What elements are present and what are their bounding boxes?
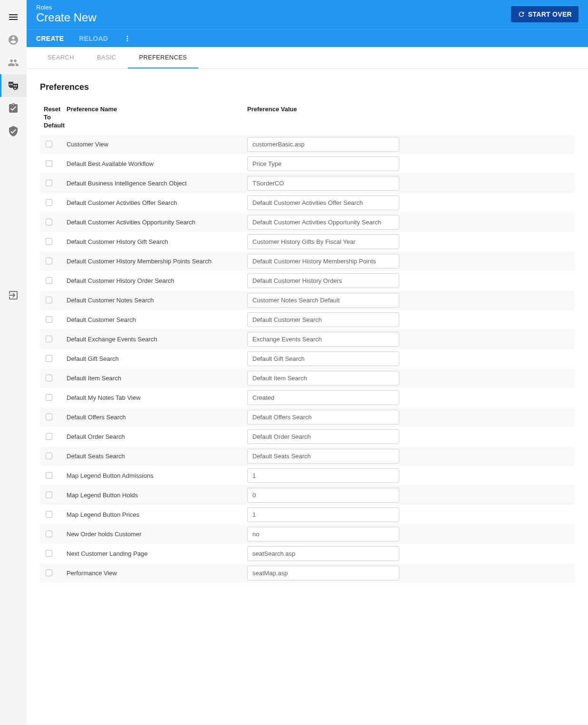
create-button[interactable]: CREATE — [36, 35, 64, 42]
preference-name: Default My Notes Tab View — [67, 394, 141, 401]
sidebar-item-people[interactable] — [0, 51, 27, 74]
table-row: Default Business Intelligence Search Obj… — [40, 174, 575, 193]
reset-checkbox[interactable] — [46, 472, 52, 479]
assignment-icon — [8, 103, 19, 114]
table-row: Map Legend Button Admissions — [40, 466, 575, 485]
preference-value-input[interactable] — [247, 293, 399, 308]
reset-checkbox[interactable] — [46, 414, 52, 420]
menu-toggle[interactable] — [0, 6, 27, 29]
reset-checkbox[interactable] — [46, 238, 52, 245]
table-row: Default Customer Activities Offer Search — [40, 193, 575, 213]
start-over-label: START OVER — [528, 10, 572, 18]
section-title: Preferences — [40, 82, 575, 92]
table-row: Performance View — [40, 563, 575, 583]
preference-value-input[interactable] — [247, 527, 399, 541]
content: Preferences Reset To Default Preference … — [27, 69, 588, 725]
preference-name: Map Legend Button Holds — [67, 492, 138, 499]
preference-value-input[interactable] — [247, 156, 399, 171]
table-row: Default Customer History Gift Search — [40, 232, 575, 251]
preference-name: Default Customer History Gift Search — [67, 238, 168, 245]
reset-checkbox[interactable] — [46, 258, 52, 264]
reload-button[interactable]: RELOAD — [79, 35, 108, 42]
preference-name: Default Item Search — [67, 375, 121, 382]
reset-checkbox[interactable] — [46, 531, 52, 537]
preference-name: Map Legend Button Admissions — [67, 472, 154, 479]
preference-name: Default Gift Search — [67, 355, 119, 362]
preference-value-input[interactable] — [247, 351, 399, 366]
preference-name: New Order holds Customer — [67, 531, 142, 538]
reset-checkbox[interactable] — [46, 570, 52, 576]
preference-name: Default Seats Search — [67, 453, 125, 460]
account-icon — [8, 34, 19, 46]
reset-checkbox[interactable] — [46, 394, 52, 401]
preference-name: Default Business Intelligence Search Obj… — [67, 180, 187, 187]
reset-checkbox[interactable] — [46, 141, 52, 147]
preference-value-input[interactable] — [247, 215, 399, 230]
sidebar-item-roles[interactable] — [0, 74, 27, 97]
sidebar-item-security[interactable] — [0, 120, 27, 143]
reset-checkbox[interactable] — [46, 375, 52, 381]
preference-value-input[interactable] — [247, 176, 399, 191]
reset-checkbox[interactable] — [46, 277, 52, 284]
reset-checkbox[interactable] — [46, 433, 52, 440]
preference-value-input[interactable] — [247, 390, 399, 405]
people-icon — [8, 57, 19, 68]
table-row: Default Item Search — [40, 368, 575, 388]
table-row: Default Customer Search — [40, 310, 575, 329]
preference-value-input[interactable] — [247, 137, 399, 152]
preference-value-input[interactable] — [247, 566, 399, 580]
start-over-button[interactable]: START OVER — [511, 6, 578, 22]
reset-checkbox[interactable] — [46, 199, 52, 206]
sidebar-item-assignments[interactable] — [0, 97, 27, 120]
preference-value-input[interactable] — [247, 234, 399, 249]
reset-checkbox[interactable] — [46, 550, 52, 557]
tab-preferences[interactable]: PREFERENCES — [128, 47, 199, 68]
reset-checkbox[interactable] — [46, 297, 52, 303]
reset-checkbox[interactable] — [46, 316, 52, 323]
reset-checkbox[interactable] — [46, 453, 52, 459]
tab-basic[interactable]: BASIC — [86, 47, 128, 68]
preference-value-input[interactable] — [247, 410, 399, 425]
column-header-value: Preference Value — [247, 106, 399, 130]
reset-checkbox[interactable] — [46, 511, 52, 518]
sidebar-item-logout[interactable] — [0, 284, 27, 307]
reset-checkbox[interactable] — [46, 219, 52, 225]
breadcrumb: Roles — [36, 4, 511, 11]
preference-value-input[interactable] — [247, 195, 399, 210]
preference-name: Next Customer Landing Page — [67, 550, 148, 557]
preference-value-input[interactable] — [247, 254, 399, 269]
preference-value-input[interactable] — [247, 468, 399, 483]
table-row: Map Legend Button Holds — [40, 485, 575, 505]
reset-checkbox[interactable] — [46, 160, 52, 167]
preference-name: Default Customer Activities Opportunity … — [67, 219, 195, 226]
table-row: Default Gift Search — [40, 349, 575, 368]
more-actions-button[interactable] — [123, 34, 132, 43]
more-vert-icon — [123, 34, 132, 43]
reset-checkbox[interactable] — [46, 355, 52, 362]
preference-value-input[interactable] — [247, 332, 399, 347]
preference-name: Map Legend Button Prices — [67, 511, 139, 518]
preference-value-input[interactable] — [247, 488, 399, 503]
table-row: Default Best Available Workflow — [40, 154, 575, 174]
preference-value-input[interactable] — [247, 507, 399, 522]
preference-name: Default Exchange Events Search — [67, 336, 157, 343]
preference-value-input[interactable] — [247, 273, 399, 288]
table-row: Default Customer History Membership Poin… — [40, 251, 575, 271]
reset-checkbox[interactable] — [46, 492, 52, 498]
table-row: Default Customer History Order Search — [40, 271, 575, 290]
table-row: Customer View — [40, 135, 575, 154]
hamburger-icon — [8, 11, 19, 23]
reset-checkbox[interactable] — [46, 336, 52, 342]
preference-value-input[interactable] — [247, 371, 399, 386]
table-row: Default Seats Search — [40, 446, 575, 466]
sidebar-item-account[interactable] — [0, 29, 27, 51]
preference-value-input[interactable] — [247, 312, 399, 327]
preference-value-input[interactable] — [247, 429, 399, 444]
sidebar — [0, 0, 27, 725]
reset-checkbox[interactable] — [46, 180, 52, 186]
table-row: Default Offers Search — [40, 407, 575, 427]
tab-search[interactable]: SEARCH — [36, 47, 86, 68]
preference-value-input[interactable] — [247, 449, 399, 464]
logout-icon — [8, 290, 19, 301]
preference-value-input[interactable] — [247, 546, 399, 561]
